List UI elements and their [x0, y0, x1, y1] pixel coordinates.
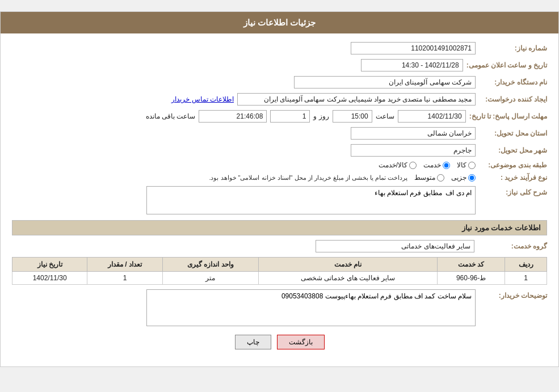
radio-motevaset-label: متوسط [414, 174, 435, 182]
ijad-konande-label: ایجاد کننده درخواست: [479, 95, 547, 103]
tabaghebandi-radio-group: کالا خدمت کالا/خدمت [379, 161, 476, 169]
tabaghebandi-row: طبقه بندی موضوعی: کالا خدمت کالا/خدمت [12, 161, 547, 169]
cell-radif: 1 [505, 272, 547, 285]
ijad-konande-link[interactable]: اطلاعات تماس خریدار [171, 95, 234, 103]
radio-kala: کالا [457, 161, 476, 169]
col-unit: واحد اندازه گیری [162, 258, 258, 272]
cell-name: سایر فعالیت های خدماتی شخصی [259, 272, 438, 285]
tarikh-elan-label: تاریخ و ساعت اعلان عمومی: [466, 61, 547, 69]
radio-kala-label: کالا [457, 161, 466, 169]
shahr-label: شهر محل تحویل: [479, 146, 547, 154]
sharh-row: شرح کلی نیاز: ام دی اف مطابق فرم استعلام… [12, 186, 547, 214]
ijad-konande-value: مجید مصطفی نیا متصدی خرید مواد شیمیایی ش… [237, 93, 476, 106]
radio-khedmat-label: خدمت [423, 161, 441, 169]
mohlet-time-label: ساعت [376, 112, 394, 120]
shahr-row: شهر محل تحویل: جاجرم [12, 144, 547, 157]
table-row: 1ط-96-960سایر فعالیت های خدماتی شخصیمتر1… [12, 272, 547, 285]
group-service-label: گروه خدمت: [479, 242, 547, 250]
radio-kala-khedmat-input[interactable] [409, 162, 417, 169]
mohlet-label: مهلت ارسال پاسخ: تا تاریخ: [469, 112, 547, 120]
noe-farayand-radio-group: جزیی متوسط پرداخت تمام یا بخشی از مبلغ خ… [209, 174, 476, 182]
cell-count: 1 [87, 272, 162, 285]
mohlet-time: 15:00 [333, 110, 372, 123]
button-row: بازگشت چاپ [12, 335, 547, 358]
description-label: توضیحات خریدار: [479, 289, 547, 300]
radio-khedmat-input[interactable] [443, 162, 450, 169]
shomara-niaz-label: شماره نیاز: [479, 44, 547, 52]
nam-dastgah-value: شرکت سهامی آلومینای ایران [294, 76, 476, 88]
radio-khedmat: خدمت [423, 161, 450, 169]
noe-farayand-label: نوع فرآیند خرید : [479, 174, 547, 182]
print-button[interactable]: چاپ [235, 335, 271, 349]
description-textarea[interactable]: سلام ساخت کمد اف مطابق فرم استعلام بهاءپ… [146, 289, 476, 326]
ijad-konande-row: ایجاد کننده درخواست: مجید مصطفی نیا متصد… [12, 93, 547, 106]
page-title: جزئیات اطلاعات نیاز [243, 18, 316, 27]
sharh-textarea[interactable]: ام دی اف مطابق فرم استعلام بهاء [146, 186, 476, 214]
col-code: کد خدمت [437, 258, 505, 272]
cell-code: ط-96-960 [437, 272, 505, 285]
radio-jozii: جزیی [451, 174, 476, 182]
nam-dastgah-row: نام دستگاه خریدار: شرکت سهامی آلومینای ا… [12, 76, 547, 88]
mohlet-date: 1402/11/30 [398, 110, 466, 123]
col-date: تاریخ نیاز [12, 258, 87, 272]
cell-date: 1402/11/30 [12, 272, 87, 285]
tarikh-elan-row: تاریخ و ساعت اعلان عمومی: 1402/11/28 - 1… [12, 59, 547, 71]
col-name: نام خدمت [259, 258, 438, 272]
col-count: تعداد / مقدار [87, 258, 162, 272]
shomara-niaz-value: 1102001491002871 [351, 42, 476, 54]
page-header: جزئیات اطلاعات نیاز [1, 12, 558, 33]
mohlet-row: مهلت ارسال پاسخ: تا تاریخ: 1402/11/30 سا… [12, 110, 547, 123]
back-button[interactable]: بازگشت [277, 335, 325, 349]
radio-kala-khedmat: کالا/خدمت [379, 161, 417, 169]
noe-farayand-row: نوع فرآیند خرید : جزیی متوسط پرداخت تمام… [12, 174, 547, 182]
ostan-label: استان محل تحویل: [479, 129, 547, 137]
cell-unit: متر [162, 272, 258, 285]
mohlet-remaining: 21:46:08 [199, 110, 267, 123]
tabaghebandi-label: طبقه بندی موضوعی: [479, 161, 547, 169]
shahr-value: جاجرم [351, 144, 476, 157]
shomara-niaz-row: شماره نیاز: 1102001491002871 [12, 42, 547, 54]
sharh-label: شرح کلی نیاز: [479, 186, 547, 196]
radio-jozii-input[interactable] [468, 174, 476, 182]
radio-motevaset: متوسط [414, 174, 444, 182]
col-radif: ردیف [505, 258, 547, 272]
radio-kala-input[interactable] [468, 162, 476, 169]
tarikh-elan-value: 1402/11/28 - 14:30 [361, 59, 463, 71]
nam-dastgah-label: نام دستگاه خریدار: [479, 78, 547, 86]
service-section-header: اطلاعات خدمات مورد نیاز [12, 220, 547, 235]
radio-motevaset-input[interactable] [437, 174, 444, 182]
ostan-row: استان محل تحویل: خراسان شمالی [12, 127, 547, 140]
group-service-row: گروه خدمت: سایر فعالیت‌های خدماتی [12, 240, 547, 252]
service-table: ردیف کد خدمت نام خدمت واحد اندازه گیری ت… [12, 257, 547, 285]
radio-kala-khedmat-label: کالا/خدمت [379, 161, 407, 169]
group-service-value: سایر فعالیت‌های خدماتی [316, 240, 474, 252]
mohlet-day: 1 [270, 110, 310, 123]
ostan-value: خراسان شمالی [351, 127, 476, 140]
mohlet-day-label: روز و [313, 112, 329, 120]
description-row: توضیحات خریدار: سلام ساخت کمد اف مطابق ف… [12, 289, 547, 326]
noe-farayand-description: پرداخت تمام یا بخشی از مبلغ خریدار از مح… [209, 174, 407, 182]
mohlet-unit: ساعت باقی مانده [146, 112, 196, 120]
radio-jozii-label: جزیی [451, 174, 466, 182]
